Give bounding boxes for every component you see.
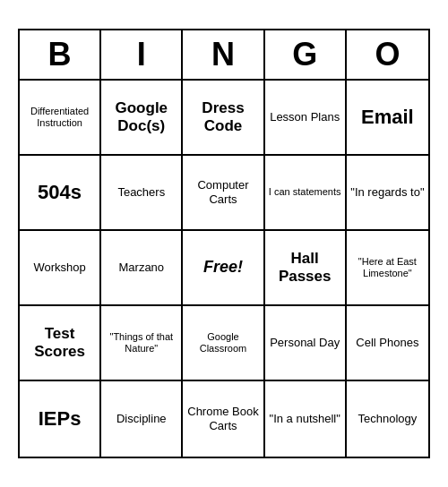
bingo-cell-11: Marzano — [101, 231, 183, 306]
bingo-cell-13: Hall Passes — [265, 231, 347, 306]
bingo-cell-5: 504s — [20, 156, 101, 231]
bingo-cell-19: Cell Phones — [347, 306, 428, 381]
bingo-letter-n: N — [183, 30, 264, 79]
bingo-cell-3: Lesson Plans — [265, 81, 347, 156]
bingo-header: BINGO — [20, 30, 428, 81]
bingo-grid: Differentiated InstructionGoogle Doc(s)D… — [20, 81, 428, 457]
bingo-cell-21: Discipline — [101, 381, 183, 457]
bingo-cell-20: IEPs — [20, 381, 101, 457]
bingo-cell-23: "In a nutshell" — [265, 381, 347, 457]
bingo-cell-0: Differentiated Instruction — [20, 81, 101, 156]
bingo-cell-24: Technology — [347, 381, 428, 457]
bingo-letter-b: B — [20, 30, 101, 79]
bingo-cell-1: Google Doc(s) — [101, 81, 183, 156]
bingo-card: BINGO Differentiated InstructionGoogle D… — [18, 29, 430, 458]
bingo-cell-17: Google Classroom — [183, 306, 264, 381]
bingo-cell-2: Dress Code — [183, 81, 264, 156]
bingo-cell-4: Email — [347, 81, 428, 156]
bingo-cell-9: "In regards to" — [347, 156, 428, 231]
bingo-cell-7: Computer Carts — [183, 156, 264, 231]
bingo-letter-g: G — [265, 30, 347, 79]
bingo-cell-12: Free! — [183, 231, 264, 306]
bingo-cell-15: Test Scores — [20, 306, 101, 381]
bingo-letter-i: I — [101, 30, 183, 79]
bingo-cell-14: "Here at East Limestone" — [347, 231, 428, 306]
bingo-letter-o: O — [347, 30, 428, 79]
bingo-cell-6: Teachers — [101, 156, 183, 231]
bingo-cell-18: Personal Day — [265, 306, 347, 381]
bingo-cell-10: Workshop — [20, 231, 101, 306]
bingo-cell-16: "Things of that Nature" — [101, 306, 183, 381]
bingo-cell-8: I can statements — [265, 156, 347, 231]
bingo-cell-22: Chrome Book Carts — [183, 381, 264, 457]
